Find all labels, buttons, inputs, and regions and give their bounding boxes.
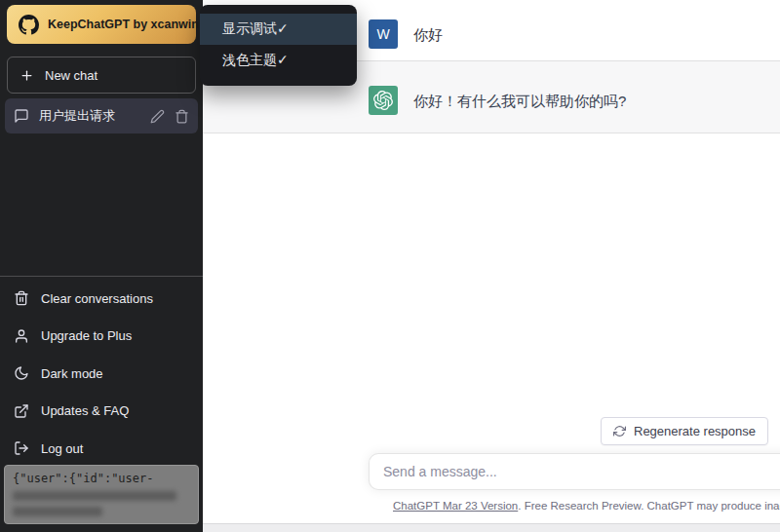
sidebar-item-upgrade-to-plus[interactable]: Upgrade to Plus [0, 318, 203, 356]
version-link[interactable]: ChatGPT Mar 23 Version [393, 500, 518, 512]
chat-bubble-icon [14, 108, 29, 124]
sidebar-bottom-menu: Clear conversations Upgrade to Plus Dark… [0, 276, 203, 468]
sidebar-item-log-out[interactable]: Log out [0, 430, 203, 468]
menu-item-light-theme[interactable]: 浅色主题✓ [200, 45, 357, 76]
sidebar: KeepChatGPT by xcanwin New chat 用户提出请求 C… [0, 0, 203, 532]
menu-item-show-debug[interactable]: 显示调试✓ [200, 14, 357, 45]
moon-icon [14, 365, 29, 381]
message-input[interactable] [369, 453, 780, 490]
redacted-text-bar [13, 491, 176, 501]
conversation-item[interactable]: 用户提出请求 [5, 98, 198, 133]
footer-text: . Free Research Preview. ChatGPT may pro… [518, 500, 780, 512]
sidebar-item-label: Upgrade to Plus [41, 328, 132, 343]
regenerate-icon [613, 425, 626, 437]
keepchatgpt-context-menu: 显示调试✓ 浅色主题✓ [200, 5, 357, 86]
conversation-actions [150, 109, 189, 124]
new-chat-label: New chat [45, 68, 98, 83]
debug-info-box: {"user":{"id":"user- [4, 465, 199, 524]
sidebar-item-dark-mode[interactable]: Dark mode [0, 355, 203, 393]
person-icon [14, 328, 29, 344]
external-link-icon [14, 403, 29, 419]
footer-disclaimer: ChatGPT Mar 23 Version. Free Research Pr… [393, 500, 780, 512]
sidebar-item-updates-faq[interactable]: Updates & FAQ [0, 393, 203, 431]
conversation-title: 用户提出请求 [39, 107, 140, 125]
user-message-text: 你好 [413, 24, 443, 46]
github-icon [19, 15, 39, 35]
openai-logo-icon [373, 91, 393, 110]
assistant-message-text: 你好！有什么我可以帮助你的吗? [413, 91, 626, 112]
trash-icon [14, 290, 29, 306]
new-chat-button[interactable]: New chat [7, 57, 196, 94]
sidebar-item-label: Log out [41, 441, 83, 456]
edit-pencil-icon[interactable] [150, 109, 165, 124]
plus-icon [20, 68, 34, 83]
assistant-avatar [369, 86, 398, 115]
user-avatar: W [369, 19, 398, 49]
delete-trash-icon[interactable] [175, 109, 189, 124]
sidebar-item-clear-conversations[interactable]: Clear conversations [0, 280, 203, 318]
sidebar-item-label: Dark mode [41, 366, 103, 381]
logout-icon [14, 440, 29, 456]
keepchatgpt-brand-button[interactable]: KeepChatGPT by xcanwin [7, 5, 196, 44]
regenerate-label: Regenerate response [634, 424, 756, 438]
brand-label: KeepChatGPT by xcanwin [48, 18, 199, 31]
redacted-text-bar [13, 507, 102, 516]
debug-json-text: {"user":{"id":"user- [13, 472, 190, 485]
sidebar-item-label: Updates & FAQ [41, 403, 129, 418]
sidebar-item-label: Clear conversations [41, 291, 153, 306]
regenerate-response-button[interactable]: Regenerate response [601, 417, 768, 445]
window-bottom-edge [203, 523, 780, 532]
